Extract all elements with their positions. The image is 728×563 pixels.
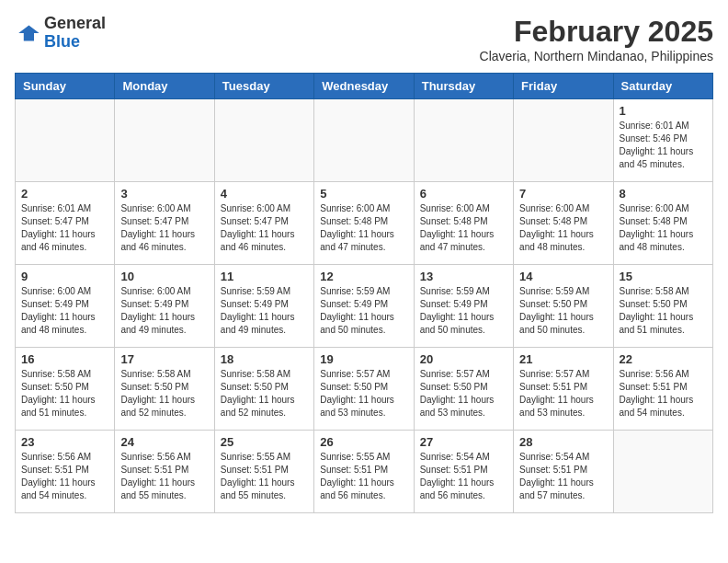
day-info: Sunrise: 5:57 AM Sunset: 5:50 PM Dayligh… [320, 368, 407, 419]
month-year: February 2025 [480, 15, 713, 49]
day-number: 8 [620, 187, 707, 201]
calendar-cell: 2Sunrise: 6:01 AM Sunset: 5:47 PM Daylig… [16, 182, 115, 265]
calendar-cell: 1Sunrise: 6:01 AM Sunset: 5:46 PM Daylig… [613, 99, 712, 182]
week-row-3: 9Sunrise: 6:00 AM Sunset: 5:49 PM Daylig… [16, 265, 713, 348]
location: Claveria, Northern Mindanao, Philippines [480, 49, 713, 63]
day-number: 5 [320, 187, 407, 201]
calendar-cell: 6Sunrise: 6:00 AM Sunset: 5:48 PM Daylig… [414, 182, 513, 265]
calendar-cell: 16Sunrise: 5:58 AM Sunset: 5:50 PM Dayli… [16, 348, 115, 431]
week-row-2: 2Sunrise: 6:01 AM Sunset: 5:47 PM Daylig… [16, 182, 713, 265]
title-section: February 2025 Claveria, Northern Mindana… [480, 15, 713, 63]
day-info: Sunrise: 6:00 AM Sunset: 5:48 PM Dayligh… [620, 202, 707, 254]
calendar-cell: 9Sunrise: 6:00 AM Sunset: 5:49 PM Daylig… [16, 265, 115, 348]
calendar-cell: 17Sunrise: 5:58 AM Sunset: 5:50 PM Dayli… [115, 348, 214, 431]
day-number: 9 [21, 270, 108, 283]
calendar-cell: 7Sunrise: 6:00 AM Sunset: 5:48 PM Daylig… [514, 182, 613, 265]
day-number: 7 [519, 187, 607, 201]
week-row-4: 16Sunrise: 5:58 AM Sunset: 5:50 PM Dayli… [16, 348, 713, 431]
day-info: Sunrise: 5:56 AM Sunset: 5:51 PM Dayligh… [620, 368, 707, 419]
calendar-cell: 24Sunrise: 5:56 AM Sunset: 5:51 PM Dayli… [115, 431, 214, 513]
weekday-header-wednesday: Wednesday [314, 74, 414, 99]
day-info: Sunrise: 6:00 AM Sunset: 5:48 PM Dayligh… [420, 202, 507, 254]
calendar-cell [414, 99, 513, 182]
calendar-cell: 11Sunrise: 5:59 AM Sunset: 5:49 PM Dayli… [214, 265, 313, 348]
day-number: 23 [21, 435, 108, 449]
day-info: Sunrise: 5:58 AM Sunset: 5:50 PM Dayligh… [120, 368, 208, 419]
day-number: 2 [21, 187, 108, 201]
week-row-1: 1Sunrise: 6:01 AM Sunset: 5:46 PM Daylig… [16, 99, 713, 182]
calendar-cell: 13Sunrise: 5:59 AM Sunset: 5:49 PM Dayli… [414, 265, 513, 348]
day-number: 16 [21, 352, 108, 366]
weekday-header-monday: Monday [115, 74, 214, 99]
day-number: 4 [221, 187, 308, 201]
calendar-cell: 8Sunrise: 6:00 AM Sunset: 5:48 PM Daylig… [613, 182, 712, 265]
calendar-cell: 22Sunrise: 5:56 AM Sunset: 5:51 PM Dayli… [613, 348, 712, 431]
day-number: 1 [620, 104, 707, 118]
day-number: 19 [320, 352, 407, 366]
calendar-cell [613, 431, 712, 513]
day-info: Sunrise: 5:58 AM Sunset: 5:50 PM Dayligh… [21, 368, 108, 419]
calendar-table: SundayMondayTuesdayWednesdayThursdayFrid… [15, 73, 713, 513]
weekday-header-thursday: Thursday [414, 74, 513, 99]
day-info: Sunrise: 6:00 AM Sunset: 5:47 PM Dayligh… [221, 202, 308, 254]
day-number: 12 [320, 270, 407, 283]
day-info: Sunrise: 6:00 AM Sunset: 5:49 PM Dayligh… [21, 285, 108, 337]
day-number: 24 [120, 435, 208, 449]
calendar-cell: 25Sunrise: 5:55 AM Sunset: 5:51 PM Dayli… [214, 431, 313, 513]
weekday-header-tuesday: Tuesday [214, 74, 313, 99]
day-number: 11 [221, 270, 308, 283]
logo-icon [15, 20, 40, 46]
calendar-cell: 12Sunrise: 5:59 AM Sunset: 5:49 PM Dayli… [314, 265, 414, 348]
day-number: 22 [620, 352, 707, 366]
calendar-cell [16, 99, 115, 182]
svg-marker-0 [18, 25, 39, 40]
day-info: Sunrise: 6:00 AM Sunset: 5:47 PM Dayligh… [120, 202, 208, 254]
week-row-5: 23Sunrise: 5:56 AM Sunset: 5:51 PM Dayli… [16, 431, 713, 513]
day-info: Sunrise: 5:54 AM Sunset: 5:51 PM Dayligh… [519, 451, 607, 502]
calendar-cell: 18Sunrise: 5:58 AM Sunset: 5:50 PM Dayli… [214, 348, 313, 431]
day-number: 28 [519, 435, 607, 449]
day-info: Sunrise: 5:56 AM Sunset: 5:51 PM Dayligh… [21, 451, 108, 502]
calendar-cell: 21Sunrise: 5:57 AM Sunset: 5:51 PM Dayli… [514, 348, 613, 431]
day-info: Sunrise: 6:01 AM Sunset: 5:47 PM Dayligh… [21, 202, 108, 254]
day-info: Sunrise: 6:00 AM Sunset: 5:48 PM Dayligh… [320, 202, 407, 254]
day-info: Sunrise: 5:55 AM Sunset: 5:51 PM Dayligh… [221, 451, 308, 502]
day-number: 20 [420, 352, 507, 366]
calendar-cell: 15Sunrise: 5:58 AM Sunset: 5:50 PM Dayli… [613, 265, 712, 348]
logo: General Blue [15, 15, 106, 52]
day-number: 6 [420, 187, 507, 201]
day-info: Sunrise: 6:00 AM Sunset: 5:48 PM Dayligh… [519, 202, 607, 254]
day-info: Sunrise: 5:59 AM Sunset: 5:49 PM Dayligh… [320, 285, 407, 337]
logo-text: General Blue [44, 15, 106, 52]
day-number: 10 [120, 270, 208, 283]
calendar-cell: 4Sunrise: 6:00 AM Sunset: 5:47 PM Daylig… [214, 182, 313, 265]
weekday-header-saturday: Saturday [613, 74, 712, 99]
day-info: Sunrise: 5:57 AM Sunset: 5:51 PM Dayligh… [519, 368, 607, 419]
day-info: Sunrise: 5:59 AM Sunset: 5:49 PM Dayligh… [420, 285, 507, 337]
calendar-cell [115, 99, 214, 182]
weekday-header-sunday: Sunday [16, 74, 115, 99]
day-number: 3 [120, 187, 208, 201]
page-header: General Blue February 2025 Claveria, Nor… [15, 15, 713, 63]
day-info: Sunrise: 5:59 AM Sunset: 5:50 PM Dayligh… [519, 285, 607, 337]
day-number: 27 [420, 435, 507, 449]
calendar-cell: 5Sunrise: 6:00 AM Sunset: 5:48 PM Daylig… [314, 182, 414, 265]
calendar-cell: 14Sunrise: 5:59 AM Sunset: 5:50 PM Dayli… [514, 265, 613, 348]
calendar-cell: 26Sunrise: 5:55 AM Sunset: 5:51 PM Dayli… [314, 431, 414, 513]
day-info: Sunrise: 5:58 AM Sunset: 5:50 PM Dayligh… [221, 368, 308, 419]
day-number: 15 [620, 270, 707, 283]
calendar-cell [214, 99, 313, 182]
day-info: Sunrise: 5:54 AM Sunset: 5:51 PM Dayligh… [420, 451, 507, 502]
day-number: 26 [320, 435, 407, 449]
calendar-cell: 20Sunrise: 5:57 AM Sunset: 5:50 PM Dayli… [414, 348, 513, 431]
day-number: 18 [221, 352, 308, 366]
calendar-cell [314, 99, 414, 182]
weekday-header-row: SundayMondayTuesdayWednesdayThursdayFrid… [16, 74, 713, 99]
day-info: Sunrise: 5:59 AM Sunset: 5:49 PM Dayligh… [221, 285, 308, 337]
day-number: 14 [519, 270, 607, 283]
day-info: Sunrise: 5:57 AM Sunset: 5:50 PM Dayligh… [420, 368, 507, 419]
day-number: 17 [120, 352, 208, 366]
day-info: Sunrise: 5:56 AM Sunset: 5:51 PM Dayligh… [120, 451, 208, 502]
calendar-cell: 3Sunrise: 6:00 AM Sunset: 5:47 PM Daylig… [115, 182, 214, 265]
day-info: Sunrise: 6:01 AM Sunset: 5:46 PM Dayligh… [620, 120, 707, 171]
